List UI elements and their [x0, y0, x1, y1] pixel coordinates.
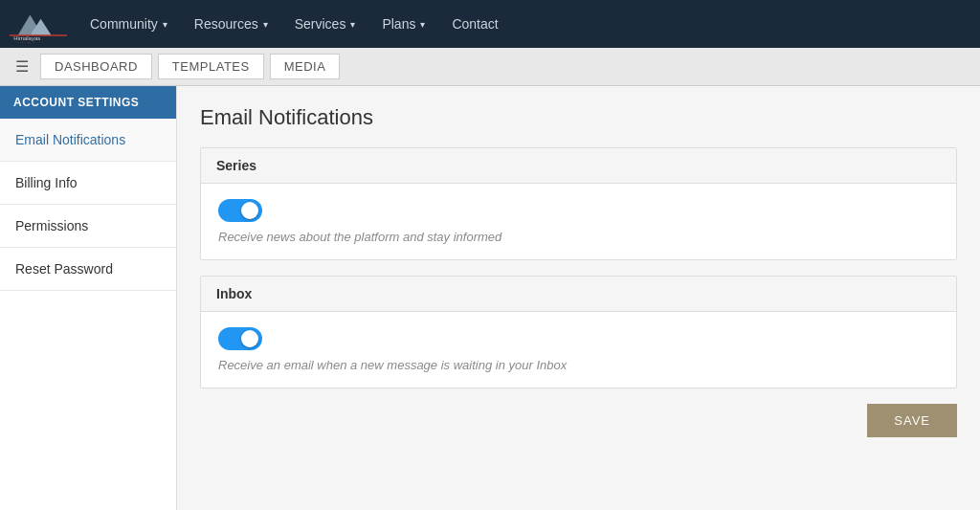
- svg-text:Himalayas: Himalayas: [13, 35, 40, 41]
- nav-item-resources[interactable]: Resources ▾: [181, 0, 281, 48]
- nav-item-community[interactable]: Community ▾: [77, 0, 181, 48]
- sidebar: ACCOUNT SETTINGS Email Notifications Bil…: [0, 86, 177, 510]
- save-button[interactable]: SAVE: [867, 404, 957, 437]
- sidebar-item-billing-info[interactable]: Billing Info: [0, 162, 176, 205]
- series-description: Receive news about the platform and stay…: [218, 230, 939, 244]
- sidebar-item-reset-password[interactable]: Reset Password: [0, 248, 176, 291]
- series-toggle[interactable]: [218, 199, 262, 222]
- content-area: Email Notifications Series Receive news …: [177, 86, 980, 510]
- nav-item-plans[interactable]: Plans ▾: [368, 0, 438, 48]
- hamburger-button[interactable]: ☰: [10, 54, 34, 79]
- secondary-bar: ☰ DASHBOARD TEMPLATES MEDIA: [0, 48, 980, 86]
- logo: Himalayas Life Online: [10, 5, 67, 43]
- series-card-header: Series: [201, 148, 956, 184]
- inbox-toggle[interactable]: [218, 327, 262, 350]
- tab-media[interactable]: MEDIA: [270, 54, 341, 79]
- inbox-card: Inbox Receive an email when a new messag…: [200, 276, 957, 388]
- tab-dashboard[interactable]: DASHBOARD: [40, 54, 152, 79]
- page-title: Email Notifications: [200, 105, 957, 130]
- inbox-card-header: Inbox: [201, 277, 956, 312]
- nav-item-services[interactable]: Services ▾: [281, 0, 369, 48]
- chevron-down-icon: ▾: [350, 19, 355, 30]
- chevron-down-icon: ▾: [263, 19, 268, 30]
- inbox-card-body: Receive an email when a new message is w…: [201, 312, 956, 388]
- inbox-description: Receive an email when a new message is w…: [218, 358, 939, 372]
- svg-text:Life Online: Life Online: [18, 41, 42, 43]
- tab-templates[interactable]: TEMPLATES: [158, 54, 264, 79]
- nav-item-contact[interactable]: Contact: [438, 0, 511, 48]
- sidebar-item-email-notifications[interactable]: Email Notifications: [0, 119, 176, 162]
- save-wrap: SAVE: [200, 404, 957, 437]
- chevron-down-icon: ▾: [420, 19, 425, 30]
- series-card: Series Receive news about the platform a…: [200, 147, 957, 260]
- series-card-body: Receive news about the platform and stay…: [201, 184, 956, 259]
- top-nav: Himalayas Life Online Community ▾ Resour…: [0, 0, 980, 48]
- sidebar-section-header: ACCOUNT SETTINGS: [0, 86, 176, 119]
- sidebar-item-permissions[interactable]: Permissions: [0, 205, 176, 248]
- chevron-down-icon: ▾: [163, 19, 167, 30]
- main-layout: ACCOUNT SETTINGS Email Notifications Bil…: [0, 86, 980, 510]
